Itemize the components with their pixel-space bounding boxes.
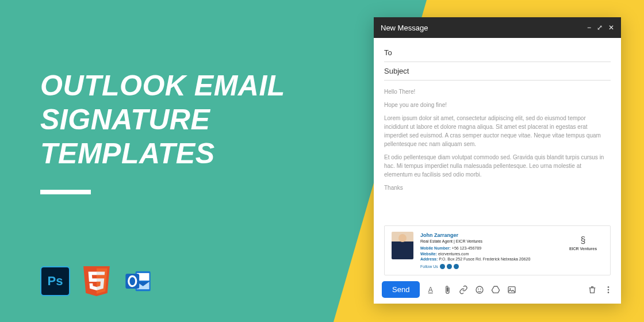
page-title: OUTLOOK EMAIL SIGNATURE TEMPLATES [40, 69, 285, 171]
outlook-icon [123, 266, 153, 296]
compose-title: New Message [381, 24, 428, 32]
logo-name: EICR Ventures [563, 247, 603, 251]
message-body[interactable]: Hello There! Hope you are doing fine! Lo… [374, 80, 621, 222]
body-p2: Et odio pellentesque diam volutpat commo… [384, 153, 611, 179]
app-icons: Ps [40, 266, 153, 296]
linkedin-icon[interactable] [454, 264, 459, 269]
to-field[interactable]: To [384, 44, 611, 62]
headline-underline [40, 190, 91, 194]
svg-point-10 [510, 288, 511, 289]
close-icon[interactable]: ✕ [608, 24, 614, 32]
svg-point-12 [608, 289, 610, 290]
svg-point-11 [608, 286, 610, 288]
body-p1: Lorem ipsum dolor sit amet, consectetur … [384, 114, 611, 148]
minimize-icon[interactable]: − [587, 24, 591, 32]
sig-name: John Zarranger [420, 232, 556, 239]
svg-point-13 [608, 292, 610, 293]
headline-line1: OUTLOOK EMAIL [40, 69, 285, 103]
photoshop-icon: Ps [40, 266, 70, 296]
subject-field[interactable]: Subject [384, 62, 611, 80]
send-button[interactable]: Send [382, 281, 420, 298]
html5-icon [82, 266, 112, 296]
attach-icon[interactable] [443, 285, 452, 294]
compose-toolbar: Send A [374, 275, 621, 304]
expand-icon[interactable]: ⤢ [597, 24, 603, 32]
sig-follow-label: Follow Us [420, 264, 438, 269]
sig-addr-v: P.O. Box 252 Fusce Rd. Frederick Nebrask… [439, 257, 530, 261]
sig-site-v: eicrventures.com [438, 252, 469, 256]
avatar [392, 232, 413, 259]
sig-mobile-v: +56 123-456789 [452, 246, 481, 250]
more-icon[interactable] [604, 285, 613, 294]
emoji-icon[interactable] [475, 285, 484, 294]
format-icon[interactable]: A [427, 285, 436, 294]
compose-window: New Message − ⤢ ✕ To Subject Hello There… [374, 17, 621, 304]
body-line1: Hope you are doing fine! [384, 101, 611, 109]
twitter-icon[interactable] [447, 264, 452, 269]
email-signature: John Zarranger Real Estate Agent | EICR … [384, 225, 611, 275]
sig-mobile-k: Mobile Number: [420, 246, 451, 250]
svg-point-7 [478, 288, 480, 289]
sig-title: Real Estate Agent | EICR Ventures [420, 239, 556, 244]
logo-mark-icon: § [563, 235, 603, 246]
sig-addr-k: Address: [420, 257, 438, 261]
company-logo: § EICR Ventures [563, 232, 603, 269]
image-icon[interactable] [507, 285, 516, 294]
headline-line2: SIGNATURE [40, 103, 285, 137]
trash-icon[interactable] [588, 285, 597, 294]
svg-point-6 [476, 286, 483, 293]
body-greeting: Hello There! [384, 87, 611, 96]
compose-header: New Message − ⤢ ✕ [374, 17, 621, 38]
headline-line3: TEMPLATES [40, 137, 285, 171]
link-icon[interactable] [459, 285, 468, 294]
sig-site-k: Website: [420, 252, 437, 256]
body-closing: Thanks [384, 183, 611, 192]
svg-point-8 [481, 288, 482, 289]
svg-text:A: A [428, 286, 433, 294]
drive-icon[interactable] [491, 285, 500, 294]
facebook-icon[interactable] [440, 264, 445, 269]
